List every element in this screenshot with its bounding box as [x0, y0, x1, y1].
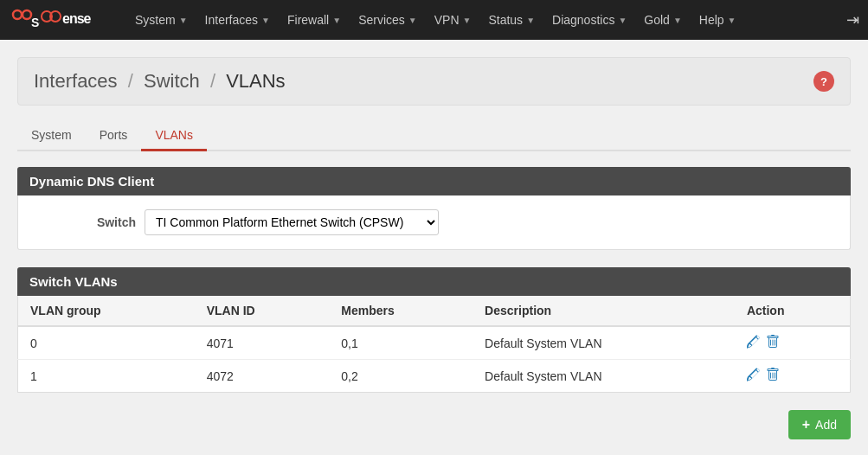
- tab-vlans[interactable]: VLANs: [141, 121, 207, 151]
- cell-vlan-group: 0: [18, 326, 195, 360]
- switch-section-body: Switch TI Common Platform Ethernet Switc…: [17, 195, 851, 250]
- nav-services[interactable]: Services ▼: [350, 1, 426, 39]
- nav-vpn[interactable]: VPN ▼: [426, 1, 480, 39]
- breadcrumb-bar: Interfaces / Switch / VLANs ?: [17, 57, 851, 106]
- breadcrumb-switch[interactable]: Switch: [144, 70, 200, 92]
- navbar: Se ense System ▼ Interfaces ▼ Firewall: [0, 0, 868, 40]
- switch-form-row: Switch TI Common Platform Ethernet Switc…: [32, 209, 836, 235]
- caret-icon: ▼: [408, 16, 417, 25]
- switch-section: Dynamic DNS Client Switch TI Common Plat…: [17, 167, 851, 250]
- edit-icon[interactable]: [747, 335, 761, 351]
- breadcrumb-sep-2: /: [210, 70, 221, 92]
- vlans-section-header: Switch VLANs: [17, 267, 851, 296]
- cell-vlan-id: 4072: [195, 360, 330, 393]
- nav-firewall[interactable]: Firewall ▼: [279, 1, 350, 39]
- breadcrumb: Interfaces / Switch / VLANs: [34, 70, 286, 93]
- brand-logo[interactable]: Se ense: [9, 4, 118, 35]
- nav-interfaces[interactable]: Interfaces ▼: [196, 1, 279, 39]
- vlans-section: Switch VLANs VLAN group VLAN ID Members …: [17, 267, 851, 393]
- table-head: VLAN group VLAN ID Members Description A…: [18, 296, 851, 326]
- delete-icon[interactable]: [766, 335, 780, 351]
- vlans-table: VLAN group VLAN ID Members Description A…: [17, 296, 851, 393]
- nav-system[interactable]: System ▼: [126, 1, 196, 39]
- col-vlan-id: VLAN ID: [195, 296, 330, 326]
- tab-ports[interactable]: Ports: [86, 121, 142, 151]
- tab-bar: System Ports VLANs: [17, 121, 851, 151]
- svg-point-0: [13, 10, 22, 19]
- cell-members: 0,2: [329, 360, 473, 393]
- table-row: 0 4071 0,1 Default System VLAN: [18, 326, 851, 360]
- caret-icon: ▼: [526, 16, 535, 25]
- caret-icon: ▼: [332, 16, 341, 25]
- cell-description: Default System VLAN: [473, 326, 735, 360]
- cell-description: Default System VLAN: [473, 360, 735, 393]
- switch-select[interactable]: TI Common Platform Ethernet Switch (CPSW…: [145, 209, 439, 235]
- switch-section-header: Dynamic DNS Client: [17, 167, 851, 195]
- table-body: 0 4071 0,1 Default System VLAN: [18, 326, 851, 393]
- caret-icon: ▼: [463, 16, 472, 25]
- svg-text:Se: Se: [31, 16, 40, 29]
- add-button[interactable]: + Add: [788, 410, 851, 439]
- help-icon-button[interactable]: ?: [813, 71, 834, 92]
- table-row: 1 4072 0,2 Default System VLAN: [18, 360, 851, 393]
- caret-icon: ▼: [728, 16, 736, 25]
- nav-gold[interactable]: Gold ▼: [635, 1, 690, 39]
- cell-action: [735, 360, 851, 393]
- cell-vlan-id: 4071: [195, 326, 330, 360]
- breadcrumb-interfaces[interactable]: Interfaces: [34, 70, 118, 92]
- edit-icon[interactable]: [747, 368, 761, 384]
- main-content: Interfaces / Switch / VLANs ? System Por…: [0, 40, 868, 455]
- cell-members: 0,1: [329, 326, 473, 360]
- breadcrumb-current: VLANs: [226, 70, 285, 92]
- nav-diagnostics[interactable]: Diagnostics ▼: [543, 1, 635, 39]
- cell-action: [735, 326, 851, 360]
- cell-vlan-group: 1: [18, 360, 195, 393]
- col-action: Action: [735, 296, 851, 326]
- col-description: Description: [473, 296, 735, 326]
- action-icons: [747, 335, 838, 351]
- add-btn-container: + Add: [17, 410, 851, 439]
- nav-help[interactable]: Help ▼: [691, 1, 745, 39]
- caret-icon: ▼: [179, 16, 188, 25]
- delete-icon[interactable]: [766, 368, 780, 384]
- nav-status[interactable]: Status ▼: [479, 1, 543, 39]
- col-members: Members: [329, 296, 473, 326]
- caret-icon: ▼: [673, 16, 682, 25]
- caret-icon: ▼: [261, 16, 270, 25]
- svg-point-1: [23, 10, 31, 19]
- caret-icon: ▼: [618, 16, 627, 25]
- action-icons: [747, 368, 838, 384]
- add-label: Add: [815, 418, 837, 432]
- nav-menu: System ▼ Interfaces ▼ Firewall ▼ Service…: [126, 1, 846, 39]
- tab-system[interactable]: System: [17, 121, 86, 151]
- switch-label: Switch: [32, 215, 136, 229]
- logout-button[interactable]: ⇥: [846, 10, 859, 29]
- breadcrumb-sep-1: /: [128, 70, 138, 92]
- plus-icon: +: [802, 417, 810, 433]
- col-vlan-group: VLAN group: [18, 296, 195, 326]
- brand-name: ense: [40, 8, 118, 32]
- svg-text:ense: ense: [62, 11, 92, 26]
